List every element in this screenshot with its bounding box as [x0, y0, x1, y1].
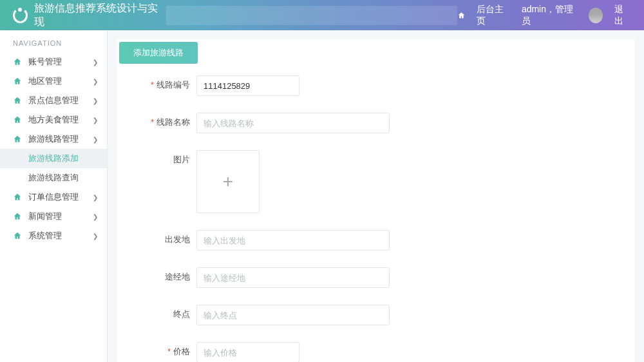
form-row-end: 终点 — [142, 305, 609, 325]
route-form: *线路编号 *线路名称 图片 + 出发地 — [117, 64, 635, 362]
route-no-input[interactable] — [196, 75, 299, 96]
chevron-right-icon: ❯ — [93, 78, 98, 85]
chevron-right-icon: ❯ — [93, 136, 98, 143]
form-row-waypoint: 途经地 — [142, 267, 609, 288]
waypoint-label: 途经地 — [142, 267, 190, 283]
main-content: 添加旅游线路 *线路编号 *线路名称 图片 + 出发地 — [108, 30, 644, 362]
image-label: 图片 — [142, 150, 190, 166]
chevron-right-icon: ❯ — [93, 59, 98, 66]
user-info[interactable]: admin，管理员 — [522, 4, 577, 27]
nav-title: NAVIGATION — [0, 30, 107, 52]
sidebar-item-region[interactable]: 地区管理 ❯ — [0, 71, 107, 91]
plus-icon: + — [223, 171, 233, 192]
sidebar-sub-route-add[interactable]: 旅游线路添加 — [0, 149, 107, 168]
sidebar-item-route[interactable]: 旅游线路管理 ❯ — [0, 129, 107, 149]
home-icon — [13, 212, 22, 221]
chevron-right-icon: ❯ — [93, 194, 98, 201]
depart-input[interactable] — [196, 230, 390, 251]
avatar[interactable] — [589, 8, 603, 23]
home-link[interactable]: 后台主页 — [477, 4, 509, 27]
route-name-label: *线路名称 — [142, 113, 190, 128]
sidebar-sub-route-query[interactable]: 旅游线路查询 — [0, 168, 107, 187]
form-row-depart: 出发地 — [142, 230, 609, 251]
price-label: *价格 — [142, 342, 190, 357]
chevron-right-icon: ❯ — [93, 97, 98, 104]
chevron-right-icon: ❯ — [93, 233, 98, 240]
end-input[interactable] — [196, 305, 390, 325]
sidebar-item-label: 订单信息管理 — [28, 191, 79, 203]
sidebar-item-label: 地方美食管理 — [28, 114, 79, 126]
chevron-right-icon: ❯ — [93, 213, 98, 220]
logo-icon — [13, 8, 28, 23]
form-row-route-name: *线路名称 — [142, 113, 609, 133]
home-icon[interactable] — [457, 11, 466, 20]
sidebar-item-news[interactable]: 新闻管理 ❯ — [0, 207, 107, 226]
sidebar: NAVIGATION 账号管理 ❯ 地区管理 ❯ 景点信息管理 ❯ 地方美食管理… — [0, 30, 108, 362]
sidebar-item-label: 景点信息管理 — [28, 95, 79, 106]
sidebar-item-account[interactable]: 账号管理 ❯ — [0, 52, 107, 71]
price-input[interactable] — [196, 342, 299, 362]
form-row-price: *价格 — [142, 342, 609, 362]
home-icon — [13, 231, 22, 240]
app-title: 旅游信息推荐系统设计与实现 — [34, 2, 160, 29]
panel-tab: 添加旅游线路 — [119, 42, 198, 64]
chevron-right-icon: ❯ — [93, 117, 98, 124]
form-panel: 添加旅游线路 *线路编号 *线路名称 图片 + 出发地 — [117, 39, 635, 362]
sidebar-item-food[interactable]: 地方美食管理 ❯ — [0, 110, 107, 129]
home-icon — [13, 115, 22, 124]
route-name-input[interactable] — [196, 113, 390, 133]
logout-link[interactable]: 退出 — [614, 4, 631, 27]
form-row-route-no: *线路编号 — [142, 75, 609, 96]
sidebar-item-label: 新闻管理 — [28, 211, 62, 222]
home-icon — [13, 96, 22, 105]
route-no-label: *线路编号 — [142, 75, 190, 91]
home-icon — [13, 135, 22, 144]
topbar: 旅游信息推荐系统设计与实现 后台主页 admin，管理员 退出 — [0, 0, 644, 30]
sidebar-item-label: 系统管理 — [28, 230, 62, 242]
end-label: 终点 — [142, 305, 190, 320]
sidebar-item-order[interactable]: 订单信息管理 ❯ — [0, 187, 107, 207]
sidebar-item-system[interactable]: 系统管理 ❯ — [0, 226, 107, 245]
form-row-image: 图片 + — [142, 150, 609, 213]
image-upload[interactable]: + — [196, 150, 260, 213]
home-icon — [13, 193, 22, 202]
topbar-right: 后台主页 admin，管理员 退出 — [457, 4, 631, 27]
home-icon — [13, 57, 22, 66]
waypoint-input[interactable] — [196, 267, 390, 288]
sidebar-item-label: 账号管理 — [28, 56, 62, 68]
sidebar-item-scenic[interactable]: 景点信息管理 ❯ — [0, 91, 107, 110]
depart-label: 出发地 — [142, 230, 190, 245]
sidebar-item-label: 旅游线路管理 — [28, 133, 79, 145]
global-search-input[interactable] — [166, 6, 457, 25]
sidebar-item-label: 地区管理 — [28, 75, 62, 87]
home-icon — [13, 77, 22, 86]
